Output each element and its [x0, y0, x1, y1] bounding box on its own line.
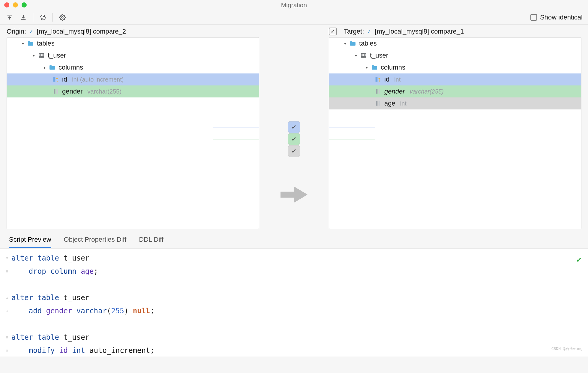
editor-line[interactable]: ⊟alter table t_user	[5, 252, 588, 265]
column-name: gender	[384, 88, 405, 95]
column-icon	[374, 100, 382, 107]
column-icon	[52, 88, 60, 95]
target-label-row: ✓ Target: [my_local_mysql8] compare_1	[329, 28, 581, 35]
origin-label: Origin:	[7, 28, 26, 35]
gutter-marker: ⊟	[5, 252, 9, 265]
close-window-icon[interactable]	[4, 2, 9, 7]
origin-column-gender[interactable]: gender varchar(255)	[7, 85, 259, 97]
show-identical-checkbox[interactable]	[530, 14, 537, 21]
diff-gap: ✓ ✓ ✓	[259, 37, 329, 229]
window-controls	[4, 2, 27, 7]
origin-label-row: Origin: [my_local_mysql8] compare_2	[7, 28, 259, 35]
chevron-down-icon[interactable]: ▾	[40, 65, 48, 70]
chevron-down-icon[interactable]: ▾	[19, 41, 27, 46]
column-name: age	[384, 100, 395, 107]
tab-object-properties-diff[interactable]: Object Properties Diff	[64, 236, 127, 248]
tree-node-tables[interactable]: ▾ tables	[329, 37, 581, 49]
target-label: Target:	[344, 28, 364, 35]
folder-icon	[370, 64, 378, 71]
gutter-marker: ⊟	[5, 344, 9, 357]
tree-node-table[interactable]: ▾ t_user	[7, 49, 259, 61]
target-column-gender[interactable]: gender varchar(255)	[329, 85, 581, 97]
table-name: t_user	[48, 52, 66, 59]
chevron-down-icon[interactable]: ▾	[352, 53, 360, 58]
key-column-icon	[52, 76, 60, 83]
editor-line[interactable]: ⊟ drop column age;	[5, 265, 588, 278]
diff-row-checkbox[interactable]: ✓	[288, 121, 300, 133]
refresh-icon[interactable]	[39, 13, 47, 22]
gutter-marker: ⊟	[5, 331, 9, 344]
svg-rect-11	[376, 101, 377, 106]
folder-icon	[27, 40, 34, 47]
gear-icon[interactable]	[58, 13, 67, 22]
svg-rect-2	[53, 77, 56, 82]
target-apply-checkbox[interactable]: ✓	[329, 28, 337, 35]
chevron-down-icon[interactable]: ▾	[341, 41, 349, 46]
gutter-marker: ⊟	[5, 304, 9, 318]
tree-node-table[interactable]: ▾ t_user	[329, 49, 581, 61]
key-column-icon	[374, 76, 382, 83]
column-name: id	[62, 76, 67, 83]
tab-ddl-diff[interactable]: DDL Diff	[139, 236, 164, 248]
minimize-window-icon[interactable]	[13, 2, 18, 7]
tab-script-preview[interactable]: Script Preview	[9, 236, 51, 248]
origin-datasource: [my_local_mysql8] compare_2	[37, 28, 126, 35]
editor-line[interactable]	[5, 278, 588, 291]
editor-line[interactable]: ⊟ add gender varchar(255) null;	[5, 304, 588, 318]
tree-node-columns[interactable]: ▾ columns	[7, 61, 259, 73]
editor-line[interactable]: ⊟ modify id int auto_increment;	[5, 344, 588, 357]
toolbar-separator	[52, 13, 53, 22]
svg-rect-5	[56, 89, 58, 94]
column-name: id	[384, 76, 389, 83]
columns-label: columns	[58, 64, 83, 71]
database-icon	[28, 28, 34, 34]
svg-rect-10	[379, 89, 380, 94]
database-icon	[366, 28, 372, 34]
code-text: alter table t_user	[9, 291, 89, 304]
code-text: modify id int auto_increment;	[9, 344, 154, 357]
gutter-marker	[5, 318, 9, 331]
svg-point-3	[56, 78, 58, 79]
zoom-window-icon[interactable]	[22, 2, 27, 7]
tables-label: tables	[37, 40, 55, 47]
svg-rect-4	[54, 89, 55, 94]
code-text: alter table t_user	[9, 252, 89, 265]
collapse-all-icon[interactable]	[19, 13, 28, 22]
svg-point-8	[379, 78, 380, 79]
window-title-bar: Migration	[0, 0, 588, 10]
diff-row-checkbox[interactable]: ✓	[288, 133, 300, 145]
editor-line[interactable]	[5, 318, 588, 331]
toolbar: Show identical	[0, 10, 588, 25]
gutter-marker: ⊟	[5, 265, 9, 278]
migrate-arrow-icon	[280, 184, 308, 206]
show-identical-label[interactable]: Show identical	[540, 13, 583, 21]
target-panel[interactable]: ▾ tables ▾ t_user ▾ columns id int	[329, 37, 581, 229]
origin-column-id[interactable]: id int (auto increment)	[7, 73, 259, 85]
origin-panel[interactable]: ▾ tables ▾ t_user ▾ columns id int (	[7, 37, 259, 229]
column-type: varchar(255)	[410, 88, 444, 95]
diff-area: ▾ tables ▾ t_user ▾ columns id int (	[0, 37, 588, 229]
tables-label: tables	[359, 40, 377, 47]
editor-line[interactable]: ⊟alter table t_user	[5, 291, 588, 304]
gutter-marker	[5, 278, 9, 291]
chevron-down-icon[interactable]: ▾	[30, 53, 38, 58]
editor-line[interactable]: ⊟alter table t_user	[5, 331, 588, 344]
svg-rect-9	[376, 89, 377, 94]
status-ok-icon: ✔	[577, 253, 581, 266]
window-title: Migration	[281, 1, 307, 9]
script-editor[interactable]: ✔ ⊟alter table t_user⊟ drop column age; …	[0, 249, 588, 357]
svg-point-0	[62, 16, 63, 18]
target-column-age[interactable]: age int	[329, 97, 581, 109]
code-text: drop column age;	[9, 265, 98, 278]
chevron-down-icon[interactable]: ▾	[363, 65, 370, 70]
expand-all-icon[interactable]	[5, 13, 14, 22]
target-datasource: [my_local_mysql8] compare_1	[375, 28, 464, 35]
toolbar-separator	[33, 13, 33, 22]
diff-row-checkbox[interactable]: ✓	[288, 145, 300, 157]
tree-node-tables[interactable]: ▾ tables	[7, 37, 259, 49]
column-type: varchar(255)	[88, 88, 122, 95]
folder-icon	[349, 40, 357, 47]
table-name: t_user	[370, 52, 388, 59]
tree-node-columns[interactable]: ▾ columns	[329, 61, 581, 73]
target-column-id[interactable]: id int	[329, 73, 581, 85]
